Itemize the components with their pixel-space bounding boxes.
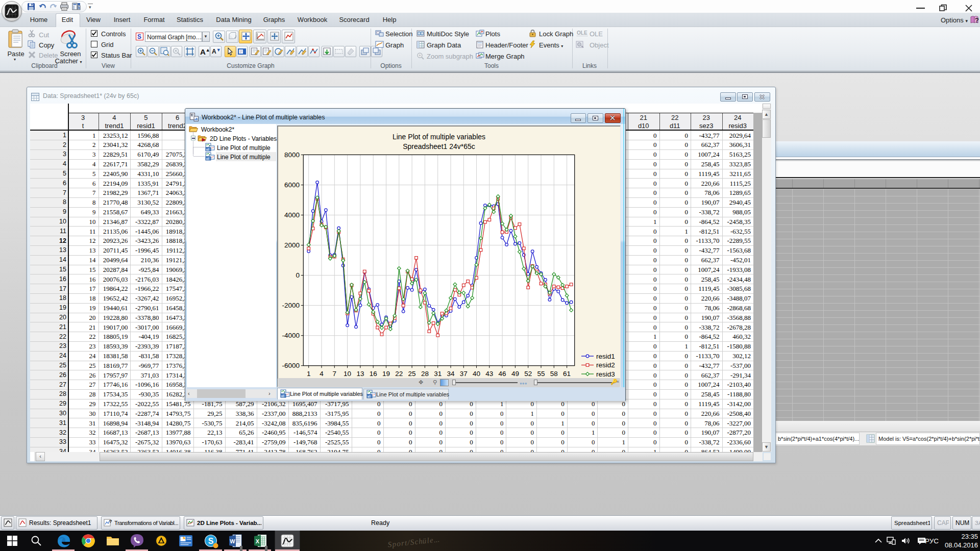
svg-text:13: 13 [356,370,364,378]
svg-text:40: 40 [473,370,480,378]
svg-text:2000: 2000 [284,241,300,249]
svg-text:43: 43 [485,370,493,378]
svg-text:16: 16 [370,370,377,378]
svg-text:34: 34 [447,370,455,378]
svg-text:-6000: -6000 [282,362,300,369]
svg-text:4000: 4000 [284,211,300,219]
svg-text:10: 10 [344,370,351,378]
svg-text:6000: 6000 [284,181,300,189]
svg-text:W: W [230,538,235,544]
svg-text:28: 28 [421,370,429,378]
svg-text:resid2: resid2 [596,361,615,369]
svg-text:-2000: -2000 [282,302,300,309]
svg-text:?: ? [109,519,112,524]
svg-text:X: X [256,538,260,544]
svg-text:Line Plot of multiple variable: Line Plot of multiple variables [393,133,485,141]
svg-text:7: 7 [333,370,337,378]
svg-text:25: 25 [408,370,416,378]
svg-text:S: S [208,537,214,545]
svg-text:0: 0 [296,271,300,279]
svg-text:?: ? [975,16,979,24]
svg-text:1: 1 [307,370,311,378]
svg-text:Spreadsheet1 24v*65c: Spreadsheet1 24v*65c [403,142,475,151]
svg-text:19: 19 [382,370,390,378]
svg-text:resid1: resid1 [596,353,615,360]
svg-text:49: 49 [511,370,519,378]
svg-text:61: 61 [563,370,571,378]
svg-text:4: 4 [320,370,324,378]
svg-text:22: 22 [395,370,403,378]
svg-text:31: 31 [434,370,442,378]
svg-text:resid3: resid3 [596,370,615,378]
svg-text:58: 58 [550,370,558,378]
svg-text:52: 52 [524,370,532,378]
svg-text:46: 46 [499,370,506,378]
svg-text:55: 55 [537,370,545,378]
svg-text:8000: 8000 [284,151,300,159]
svg-text:37: 37 [460,370,468,378]
svg-text:-4000: -4000 [282,332,300,339]
